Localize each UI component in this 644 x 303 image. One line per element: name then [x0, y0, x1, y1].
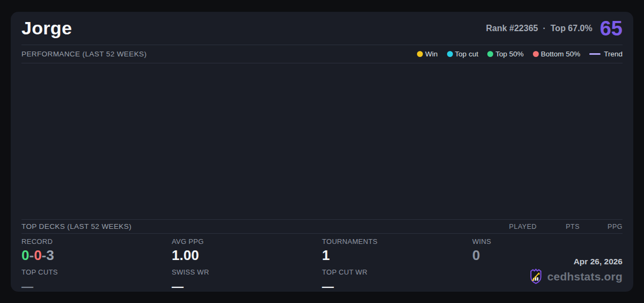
legend-label: Trend: [604, 50, 623, 58]
top-decks-title: TOP DECKS (LAST 52 WEEKS): [21, 222, 131, 230]
topcut-dot-icon: [447, 51, 453, 57]
legend-label: Bottom 50%: [541, 50, 581, 58]
top-decks-header: TOP DECKS (LAST 52 WEEKS) PLAYED PTS PPG: [21, 220, 623, 233]
stat-tournaments: TOURNAMENTS 1 TOP CUT WR —: [322, 237, 472, 293]
top-cut-wr-label: TOP CUT WR: [322, 268, 472, 276]
avg-ppg-label: AVG PPG: [172, 237, 322, 246]
top-cuts-value: —: [21, 281, 172, 293]
cedhstats-logo-icon: [529, 268, 543, 285]
chart-legend: Win Top cut Top 50% Bottom 50% Trend: [417, 50, 623, 58]
win-dot-icon: [417, 51, 423, 57]
top-cuts-label: TOP CUTS: [21, 268, 172, 276]
column-header-ppg: PPG: [580, 223, 623, 230]
legend-item-bottom50: Bottom 50%: [533, 50, 581, 58]
player-score: 65: [600, 18, 623, 39]
stat-avg-ppg: AVG PPG 1.00 SWISS WR —: [172, 237, 322, 293]
record-draws: 3: [46, 247, 54, 263]
player-stats-card: Jorge Rank #22365 · Top 67.0% 65 PERFORM…: [11, 12, 633, 292]
player-name: Jorge: [21, 18, 72, 39]
wins-label: WINS: [472, 237, 623, 246]
percentile-label: Top 67.0%: [551, 24, 592, 33]
column-header-pts: PTS: [537, 223, 580, 230]
avg-ppg-value: 1.00: [172, 248, 322, 263]
column-header-played: PLAYED: [494, 223, 537, 230]
legend-label: Top cut: [455, 50, 479, 58]
tournaments-value: 1: [322, 248, 472, 263]
record-value: 0-0-3: [21, 248, 172, 263]
trend-line-icon: [589, 53, 601, 55]
top-decks-columns: PLAYED PTS PPG: [494, 223, 623, 230]
performance-chart-area: [21, 63, 623, 219]
performance-header: PERFORMANCE (LAST 52 WEEKS) Win Top cut …: [21, 45, 623, 63]
brand-name: cedhstats.org: [547, 270, 623, 283]
record-separator: -: [42, 247, 47, 263]
legend-item-win: Win: [417, 50, 437, 58]
performance-title: PERFORMANCE (LAST 52 WEEKS): [21, 50, 147, 58]
record-label: RECORD: [21, 237, 172, 246]
brand-row: cedhstats.org: [529, 268, 623, 285]
card-date: Apr 26, 2026: [529, 257, 623, 266]
swiss-wr-value: —: [172, 281, 322, 293]
record-separator: -: [29, 247, 34, 263]
rank-label: Rank #22365: [486, 24, 538, 33]
card-header: Jorge Rank #22365 · Top 67.0% 65: [21, 12, 623, 45]
top50-dot-icon: [487, 51, 493, 57]
tournaments-label: TOURNAMENTS: [322, 237, 472, 246]
rank-separator: ·: [543, 24, 545, 33]
legend-label: Top 50%: [495, 50, 524, 58]
record-losses: 0: [34, 247, 41, 263]
footer-brand-block: Apr 26, 2026 cedhstats.org: [529, 257, 623, 285]
legend-item-top50: Top 50%: [487, 50, 524, 58]
top-cut-wr-value: —: [322, 281, 472, 293]
stat-record: RECORD 0-0-3 TOP CUTS —: [21, 237, 172, 293]
rank-text: Rank #22365 · Top 67.0%: [486, 24, 592, 33]
header-rank-block: Rank #22365 · Top 67.0% 65: [486, 18, 623, 39]
record-wins: 0: [21, 247, 29, 263]
legend-item-topcut: Top cut: [447, 50, 479, 58]
legend-label: Win: [425, 50, 437, 58]
swiss-wr-label: SWISS WR: [172, 268, 322, 276]
bottom50-dot-icon: [533, 51, 539, 57]
legend-item-trend: Trend: [589, 50, 623, 58]
